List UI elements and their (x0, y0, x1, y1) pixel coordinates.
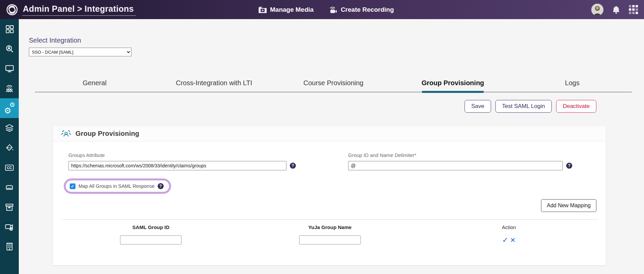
annotation-highlight-ring: ✓ Map All Groups in SAML Response ? (64, 178, 171, 194)
breadcrumb[interactable]: Admin Panel > Integrations (22, 3, 136, 16)
apps-grid-icon (629, 5, 638, 14)
sidebar-item-branding[interactable] (0, 138, 19, 158)
manage-media-label: Manage Media (270, 6, 314, 13)
fields-row: Groups Attribute ? Group ID and Name Del… (53, 142, 606, 170)
dashboard-grid-icon (5, 24, 14, 34)
groups-attribute-field: Groups Attribute ? (68, 152, 296, 170)
sidebar-item-video-capture[interactable] (0, 217, 19, 237)
sidebar-item-media-layers[interactable] (0, 118, 19, 138)
mapping-table: SAML Group ID YuJa Group Name Action ✓ ✕ (61, 219, 598, 248)
group-provisioning-icon (61, 129, 71, 138)
groups-attribute-input[interactable] (68, 161, 286, 170)
map-all-groups-help-icon[interactable]: ? (158, 183, 164, 189)
header-action: Action (419, 224, 598, 230)
delimiter-label: Group ID and Name Delimiter* (348, 152, 572, 158)
apps-grid-button[interactable] (629, 5, 638, 14)
archive-box-icon (5, 203, 14, 212)
test-saml-login-button[interactable]: Test SAML Login (495, 100, 552, 113)
groups-attribute-help-icon[interactable]: ? (290, 163, 296, 169)
topbar-actions: Manage Media Create Recording (258, 0, 394, 19)
create-recording-button[interactable]: Create Recording (329, 5, 394, 14)
mapping-table-header: SAML Group ID YuJa Group Name Action (61, 220, 598, 233)
svg-text:CC: CC (7, 166, 12, 170)
sidebar-item-integrations[interactable]: ⚙ ⚙ (0, 98, 19, 118)
panel-header: Group Provisioning (53, 126, 606, 142)
sidebar: ⚙ ⚙ CC (0, 19, 19, 274)
map-all-groups-checkbox[interactable]: ✓ (70, 183, 75, 189)
main-content: Select Integration SSO - DCAM [SAML] Gen… (19, 19, 644, 274)
map-all-groups-label: Map All Groups in SAML Response (78, 183, 155, 189)
user-search-icon (5, 44, 14, 53)
monitor-icon (5, 64, 14, 73)
add-new-mapping-button[interactable]: Add New Mapping (541, 199, 596, 212)
paint-bucket-icon (5, 143, 14, 152)
tab-group-provisioning[interactable]: Group Provisioning (393, 76, 513, 92)
video-record-icon (5, 222, 14, 232)
mapping-table-row: ✓ ✕ (61, 233, 598, 248)
select-integration-label: Select Integration (29, 37, 644, 44)
create-recording-label: Create Recording (341, 6, 394, 13)
user-avatar[interactable] (591, 4, 603, 16)
header-yuja-group-name: YuJa Group Name (240, 224, 420, 230)
save-button[interactable]: Save (465, 100, 491, 113)
action-button-row: Save Test SAML Login Deactivate (19, 100, 644, 113)
sidebar-item-archive[interactable] (0, 197, 19, 217)
delimiter-help-icon[interactable]: ? (566, 163, 572, 169)
yuja-logo-icon[interactable] (6, 4, 18, 16)
confirm-mapping-icon[interactable]: ✓ (502, 236, 508, 244)
sidebar-item-storage[interactable] (0, 177, 19, 197)
audience-broadcast-icon (5, 84, 14, 93)
sidebar-item-live-audience[interactable] (0, 78, 19, 98)
gears-icon: ⚙ ⚙ (4, 103, 14, 113)
saml-group-id-input[interactable] (120, 235, 181, 244)
storage-drive-icon (5, 183, 14, 192)
tab-course-provisioning[interactable]: Course Provisioning (274, 76, 393, 92)
yuja-group-name-input[interactable] (299, 235, 361, 244)
sidebar-item-dashboard[interactable] (0, 19, 19, 39)
sidebar-item-user-lookup[interactable] (0, 39, 19, 59)
integration-select-block: Select Integration SSO - DCAM [SAML] (19, 19, 644, 56)
panel-title: Group Provisioning (75, 130, 139, 138)
tab-general[interactable]: General (35, 76, 154, 92)
map-all-groups-row: ✓ Map All Groups in SAML Response ? (64, 178, 606, 194)
header-saml-group-id: SAML Group ID (61, 224, 240, 230)
create-recording-icon (329, 5, 338, 14)
delimiter-field: Group ID and Name Delimiter* ? (348, 152, 572, 170)
sidebar-item-institution[interactable] (0, 237, 19, 257)
brand: Admin Panel > Integrations (6, 3, 136, 16)
deactivate-button[interactable]: Deactivate (556, 100, 596, 113)
tab-logs[interactable]: Logs (513, 76, 632, 92)
add-mapping-row: Add New Mapping (53, 199, 606, 212)
bell-icon (612, 5, 620, 14)
manage-media-button[interactable]: Manage Media (258, 6, 314, 13)
topbar-right (591, 4, 638, 16)
closed-captions-icon: CC (5, 163, 14, 172)
top-bar: Admin Panel > Integrations Manage Media … (0, 0, 644, 19)
action-cell: ✓ ✕ (419, 236, 598, 244)
manage-media-icon (258, 6, 267, 13)
avatar-photo (591, 4, 603, 16)
group-provisioning-panel: Group Provisioning Groups Attribute ? Gr… (53, 126, 606, 265)
sidebar-item-devices[interactable] (0, 59, 19, 78)
tab-bar: General Cross-Integration with LTI Cours… (35, 76, 632, 92)
saml-group-id-cell (61, 235, 240, 244)
tab-cross-integration-lti[interactable]: Cross-Integration with LTI (154, 76, 274, 92)
notifications-button[interactable] (612, 5, 620, 14)
delimiter-input[interactable] (348, 161, 563, 170)
yuja-group-name-cell (240, 235, 420, 244)
integration-select[interactable]: SSO - DCAM [SAML] (29, 48, 131, 56)
cancel-mapping-icon[interactable]: ✕ (510, 236, 516, 244)
groups-attribute-label: Groups Attribute (68, 152, 296, 158)
sidebar-item-captions[interactable]: CC (0, 158, 19, 177)
layers-icon (5, 123, 14, 133)
building-icon (5, 242, 14, 251)
